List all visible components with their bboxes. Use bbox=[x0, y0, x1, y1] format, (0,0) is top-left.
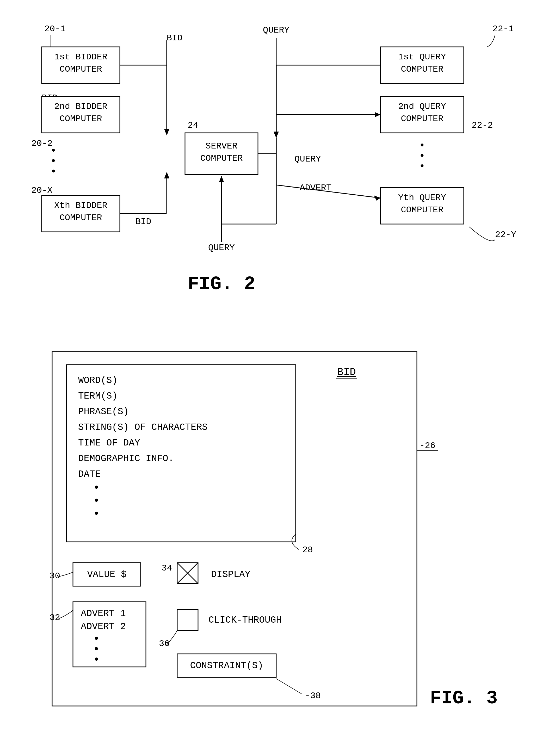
fig3-title: FIG. 3 bbox=[430, 688, 497, 709]
advert-item2: ADVERT 2 bbox=[81, 621, 126, 632]
arrow-query-bottom bbox=[219, 176, 224, 182]
item-phrases: PHRASE(S) bbox=[78, 406, 129, 417]
ref-20-X: 20-X bbox=[31, 185, 53, 195]
fig3-diagram: -26 BID WORD(S) TERM(S) PHRASE(S) STRING… bbox=[21, 344, 522, 755]
dot2-search: • bbox=[93, 494, 100, 507]
arrow-bid1 bbox=[164, 129, 169, 135]
item-demographic: DEMOGRAPHIC INFO. bbox=[78, 453, 174, 464]
arrow-query2 bbox=[375, 112, 380, 117]
advert-item1: ADVERT 1 bbox=[81, 608, 126, 619]
queryY-label-line2: COMPUTER bbox=[401, 205, 443, 215]
query-label-top: QUERY bbox=[263, 25, 289, 35]
query-label-right: QUERY bbox=[294, 154, 321, 164]
server-label-line1: SERVER bbox=[206, 141, 237, 151]
item-date: DATE bbox=[78, 469, 101, 480]
dots-bidder2: • bbox=[50, 156, 57, 167]
ref-28: 28 bbox=[302, 545, 313, 555]
arrow-bid-X bbox=[164, 172, 169, 178]
ref-22-2: 22-2 bbox=[472, 120, 493, 130]
query-label-bottom: QUERY bbox=[208, 243, 235, 253]
ref-22-Y: 22-Y bbox=[495, 230, 516, 240]
dots-bidder3: • bbox=[50, 166, 57, 178]
item-words: WORD(S) bbox=[78, 375, 118, 386]
query2-label-line2: COMPUTER bbox=[401, 114, 443, 124]
ref-38: -38 bbox=[305, 691, 321, 701]
query2-label-line1: 2nd QUERY bbox=[398, 102, 446, 111]
arrow-advert bbox=[374, 195, 380, 201]
dots-query3: • bbox=[419, 161, 425, 172]
item-terms: TERM(S) bbox=[78, 391, 118, 401]
ref-32: 32 bbox=[50, 613, 60, 623]
bid-label-1: BID bbox=[166, 33, 182, 43]
clickthrough-label: CLICK-THROUGH bbox=[208, 615, 282, 625]
ref-20-2: 20-2 bbox=[31, 139, 53, 148]
bidderX-label-line2: COMPUTER bbox=[59, 213, 102, 223]
constraints-label: CONSTRAINT(S) bbox=[190, 660, 263, 671]
ref-30: 30 bbox=[50, 571, 60, 581]
value-label: VALUE $ bbox=[87, 569, 126, 580]
dot3-search: • bbox=[93, 507, 100, 520]
bid-label-fig3: BID bbox=[337, 367, 356, 378]
fig2-diagram: 20-1 22-1 1st BIDDER COMPUTER BID QUERY … bbox=[21, 16, 522, 323]
ref-24: 24 bbox=[188, 120, 198, 130]
dots-query: • bbox=[419, 140, 425, 152]
display-label: DISPLAY bbox=[211, 569, 250, 580]
bidder1-label-line2: COMPUTER bbox=[59, 64, 102, 74]
item-strings: STRING(S) OF CHARACTERS bbox=[78, 422, 208, 433]
bidder2-label-line1: 2nd BIDDER bbox=[54, 102, 107, 111]
queryY-label-line1: Yth QUERY bbox=[398, 193, 446, 203]
ref-34: 34 bbox=[162, 563, 172, 573]
item-time: TIME OF DAY bbox=[78, 438, 140, 448]
dot3-advert: • bbox=[93, 653, 100, 666]
bidder2-label-line2: COMPUTER bbox=[59, 114, 102, 124]
page: 20-1 22-1 1st BIDDER COMPUTER BID QUERY … bbox=[0, 0, 543, 756]
ref-20-1: 20-1 bbox=[44, 24, 66, 34]
query1-label-line1: 1st QUERY bbox=[398, 52, 446, 62]
dots-bidder: • bbox=[50, 145, 57, 157]
dots-query2: • bbox=[419, 150, 425, 162]
ref-26: -26 bbox=[419, 441, 435, 451]
bid-label-bottom: BID bbox=[135, 217, 151, 227]
bidderX-label-line1: Xth BIDDER bbox=[54, 201, 107, 210]
fig2-title: FIG. 2 bbox=[188, 274, 255, 295]
server-label-line2: COMPUTER bbox=[200, 153, 243, 163]
ref-22-1: 22-1 bbox=[492, 24, 514, 34]
bidder1-label-line1: 1st BIDDER bbox=[54, 52, 107, 62]
query1-label-line2: COMPUTER bbox=[401, 64, 443, 74]
dot1-search: • bbox=[93, 481, 100, 494]
clickthrough-checkbox bbox=[177, 610, 198, 630]
